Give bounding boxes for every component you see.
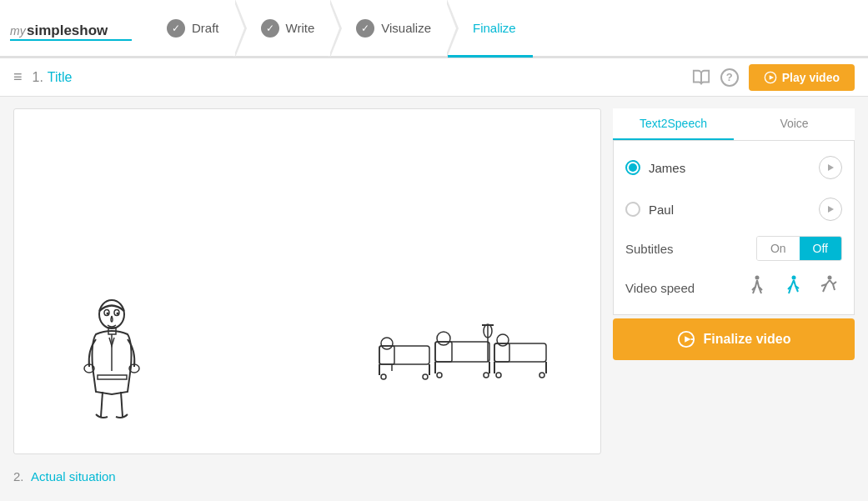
svg-point-21 [423, 374, 428, 379]
svg-point-43 [828, 276, 832, 280]
subtitles-label: Subtitles [625, 242, 674, 256]
finalize-video-label: Finalize video [704, 332, 791, 347]
hamburger-icon[interactable]: ≡ [13, 68, 23, 86]
svg-point-31 [484, 373, 489, 378]
fast-run-icon [816, 275, 838, 300]
finalize-video-button[interactable]: Finalize video [613, 318, 855, 360]
svg-marker-40 [828, 206, 834, 213]
speed-fast-button[interactable] [812, 273, 842, 303]
beds-svg [375, 317, 550, 400]
panel-body: James Paul [613, 141, 855, 315]
slide-2-num: 2. [13, 469, 24, 483]
james-play-button[interactable] [819, 156, 842, 179]
nav-step-visualize-label: Visualize [381, 21, 431, 35]
logo: my simpleshow [8, 12, 142, 45]
svg-point-37 [496, 373, 501, 378]
svg-marker-4 [769, 75, 773, 79]
video-speed-row: Video speed [625, 273, 842, 303]
help-button[interactable]: ? [720, 68, 739, 87]
svg-text:simpleshow: simpleshow [27, 23, 108, 38]
right-panel: Text2Speech Voice James [613, 108, 855, 489]
slide-number: 1. [33, 70, 43, 85]
nav-step-write-label: Write [286, 21, 315, 35]
slide-2-row: 2. Actual situation [13, 464, 601, 489]
svg-rect-13 [98, 375, 127, 379]
slide-2-title: Actual situation [31, 469, 116, 483]
svg-point-5 [99, 300, 124, 328]
speed-icons [742, 273, 842, 303]
james-play-icon [826, 163, 835, 172]
svg-point-41 [755, 276, 760, 280]
main-content: 2. Actual situation Text2Speech Voice Ja… [0, 97, 868, 501]
svg-point-8 [107, 313, 109, 315]
slow-walk-icon [747, 275, 767, 300]
paul-play-button[interactable] [819, 198, 842, 221]
paul-radio[interactable] [625, 202, 640, 217]
paul-label: Paul [649, 203, 674, 217]
doctor-character [81, 296, 143, 428]
speed-slow-button[interactable] [742, 273, 772, 303]
subtitles-off-button[interactable]: Off [800, 237, 841, 260]
book-icon-button[interactable] [692, 68, 710, 87]
finalize-icon [677, 330, 695, 348]
draft-check-icon: ✓ [167, 19, 185, 38]
nav-step-finalize[interactable]: Finalize [448, 2, 533, 58]
slide-panel: 2. Actual situation [13, 108, 601, 489]
james-label: James [649, 161, 685, 175]
nav-step-finalize-label: Finalize [473, 21, 516, 35]
svg-point-16 [381, 338, 393, 349]
svg-text:my: my [10, 24, 27, 38]
james-radio[interactable] [625, 160, 640, 175]
top-nav: my simpleshow ✓ Draft ✓ Write ✓ Visualiz… [0, 0, 868, 58]
toolbar-right: ? Play video [692, 64, 855, 91]
video-speed-label: Video speed [625, 281, 695, 295]
play-video-label: Play video [782, 71, 840, 84]
svg-point-42 [792, 276, 796, 280]
toolbar: ≡ 1. Title ? Play video [0, 58, 868, 97]
subtitles-on-button[interactable]: On [757, 237, 800, 260]
svg-point-20 [381, 374, 386, 379]
nav-step-write[interactable]: ✓ Write [236, 0, 332, 56]
svg-point-34 [497, 334, 509, 346]
voice-paul-option: Paul [625, 194, 842, 224]
slide-canvas [13, 108, 601, 454]
normal-walk-icon [782, 275, 802, 300]
nav-step-visualize[interactable]: ✓ Visualize [331, 0, 448, 56]
speed-normal-button[interactable] [777, 273, 807, 303]
tab-text2speech[interactable]: Text2Speech [613, 108, 734, 140]
svg-point-9 [117, 313, 119, 315]
voice-james-option: James [625, 153, 842, 183]
write-check-icon: ✓ [261, 19, 279, 38]
paul-play-icon [826, 205, 835, 213]
svg-marker-39 [828, 164, 834, 171]
visualize-check-icon: ✓ [356, 19, 374, 38]
slide-title: Title [48, 70, 73, 85]
help-icon: ? [720, 68, 739, 87]
hospital-beds [375, 317, 550, 403]
svg-point-24 [437, 332, 450, 345]
nav-step-draft-label: Draft [192, 21, 219, 35]
play-video-button[interactable]: Play video [749, 64, 855, 91]
logo-svg: my simpleshow [8, 12, 133, 45]
doctor-svg [81, 296, 143, 425]
svg-point-30 [437, 373, 442, 378]
tab-voice[interactable]: Voice [734, 108, 855, 140]
nav-steps: ✓ Draft ✓ Write ✓ Visualize Finalize [142, 0, 860, 56]
play-circle-icon [764, 71, 777, 84]
svg-point-38 [539, 373, 544, 378]
subtitles-row: Subtitles On Off [625, 236, 842, 261]
svg-marker-45 [685, 336, 690, 342]
book-icon [692, 68, 710, 87]
tabs-row: Text2Speech Voice [613, 108, 855, 141]
nav-step-draft[interactable]: ✓ Draft [142, 0, 236, 56]
subtitles-toggle-group: On Off [756, 236, 842, 261]
